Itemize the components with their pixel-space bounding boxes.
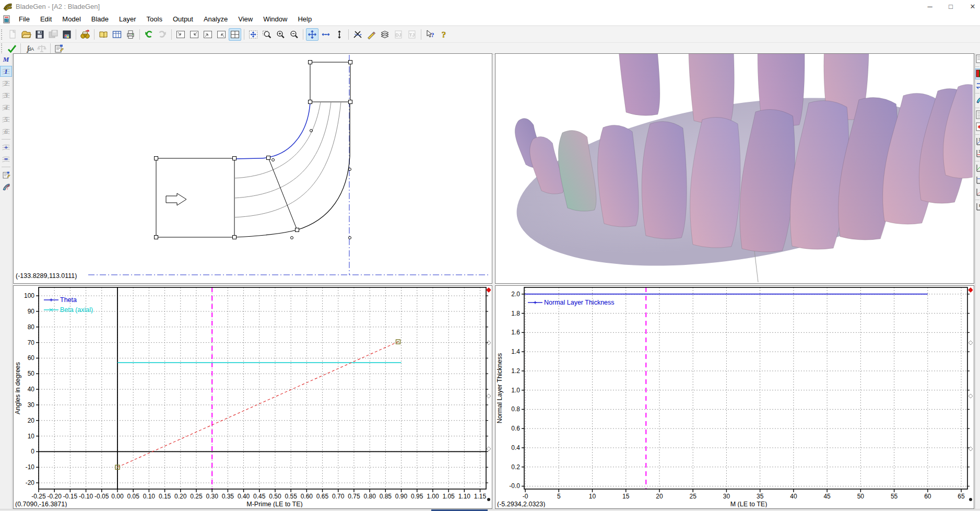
layer-position-marker[interactable] bbox=[968, 287, 973, 293]
control-point bbox=[349, 168, 351, 171]
control-handle[interactable] bbox=[267, 156, 270, 160]
save-button[interactable] bbox=[33, 28, 46, 41]
control-handle[interactable] bbox=[349, 100, 352, 104]
help-button[interactable]: ? bbox=[438, 28, 450, 41]
x-tick-label: 0.95 bbox=[411, 493, 423, 500]
sidebar-layer-lines[interactable]: = bbox=[0, 154, 12, 165]
meridional-view[interactable]: (-133.8289,113.0111) bbox=[13, 53, 492, 284]
properties-sheet-button[interactable] bbox=[53, 43, 65, 54]
zoom-in-button[interactable] bbox=[274, 28, 287, 41]
window-bottom-right-button[interactable] bbox=[215, 28, 228, 41]
menu-model[interactable]: Model bbox=[57, 14, 86, 25]
angle-display-button[interactable] bbox=[351, 28, 364, 41]
print-button[interactable] bbox=[124, 28, 137, 41]
right-sidebar-thickness-chart-1[interactable]: 1 bbox=[975, 148, 980, 159]
window-top-right-button[interactable] bbox=[188, 28, 200, 41]
strip-diamond bbox=[969, 341, 973, 345]
y-tick-label: 2.0 bbox=[511, 291, 520, 298]
sidebar-meridional-mode[interactable]: M bbox=[0, 54, 12, 65]
control-handle[interactable] bbox=[296, 228, 299, 232]
fit-horizontal-button[interactable] bbox=[320, 28, 332, 41]
maximize-button[interactable]: □ bbox=[943, 0, 959, 14]
right-sidebar-camber-chart[interactable] bbox=[975, 175, 980, 186]
menu-view[interactable]: View bbox=[233, 14, 258, 25]
layer-sidebar: M123456+= bbox=[0, 53, 13, 509]
sidebar-blade-mesh[interactable] bbox=[0, 181, 12, 192]
strip-diamond bbox=[487, 394, 491, 398]
right-sidebar-solid-view[interactable] bbox=[975, 68, 980, 79]
layer-position-marker[interactable] bbox=[486, 287, 491, 293]
right-sidebar-angle-chart-1[interactable]: 1 bbox=[975, 136, 980, 147]
control-handle[interactable] bbox=[155, 157, 158, 160]
minimize-button[interactable]: ─ bbox=[922, 0, 938, 14]
sidebar-layer-5: 5 bbox=[0, 114, 12, 125]
toolbar-grip[interactable] bbox=[1, 29, 4, 40]
blade-3d-view[interactable] bbox=[495, 53, 974, 284]
sidebar-layer-1[interactable]: 1 bbox=[0, 66, 12, 77]
right-sidebar-analysis-doc[interactable]: ✱ bbox=[975, 122, 980, 133]
toolbar-grip[interactable] bbox=[1, 43, 4, 54]
layers-button[interactable] bbox=[379, 28, 391, 41]
secondary-toolbar: ∫dA bbox=[0, 42, 980, 54]
title-bar: BladeGen - [A2 : BladeGen] ─ □ ✕ bbox=[0, 0, 980, 14]
window-grid-button[interactable] bbox=[229, 28, 241, 41]
find-binoculars-button[interactable] bbox=[79, 28, 91, 41]
report-button[interactable] bbox=[97, 28, 110, 41]
integral-da-button[interactable]: ∫dA bbox=[23, 43, 35, 54]
angle-chart-view[interactable]: -0.25-0.20-0.15-0.10-0.050.000.050.100.1… bbox=[13, 285, 492, 509]
window-grid-icon bbox=[230, 29, 240, 40]
window-top-left-button[interactable] bbox=[174, 28, 187, 41]
control-handle[interactable] bbox=[349, 61, 352, 64]
control-handle[interactable] bbox=[309, 61, 312, 64]
menu-bar: FileEditModelBladeLayerToolsOutputAnalyz… bbox=[0, 14, 980, 25]
control-handle[interactable] bbox=[309, 100, 312, 104]
apply-check-button[interactable] bbox=[6, 43, 18, 54]
fit-all-button[interactable] bbox=[306, 28, 318, 41]
right-sidebar-beta-chart[interactable] bbox=[975, 187, 980, 198]
control-handle[interactable] bbox=[155, 236, 158, 239]
zoom-window-button[interactable] bbox=[261, 28, 273, 41]
right-sidebar-lean-chart[interactable] bbox=[975, 163, 980, 174]
close-button[interactable]: ✕ bbox=[965, 0, 980, 14]
fit-vertical-button[interactable] bbox=[333, 28, 346, 41]
control-handle[interactable] bbox=[233, 236, 237, 239]
menu-help[interactable]: Help bbox=[292, 14, 317, 25]
zoom-out-button[interactable] bbox=[288, 28, 300, 41]
context-help-button[interactable]: ? bbox=[424, 28, 436, 41]
right-sidebar-blade-properties[interactable] bbox=[975, 54, 980, 65]
menu-analyze[interactable]: Analyze bbox=[198, 14, 233, 25]
export-model-button[interactable] bbox=[61, 28, 73, 41]
pan-region-button[interactable] bbox=[247, 28, 259, 41]
menu-blade[interactable]: Blade bbox=[86, 14, 114, 25]
sidebar-layer-properties[interactable] bbox=[0, 169, 12, 180]
svg-text:?: ? bbox=[442, 30, 446, 40]
toolbar-separator bbox=[303, 29, 303, 40]
menu-tools[interactable]: Tools bbox=[141, 14, 168, 25]
right-sidebar-bspline-chart[interactable]: B bbox=[975, 202, 980, 213]
x-tick-label: 0.65 bbox=[316, 493, 329, 500]
right-sidebar-swap-view[interactable] bbox=[975, 80, 980, 91]
control-handle[interactable] bbox=[233, 157, 237, 160]
x-tick-label: 0.50 bbox=[269, 493, 281, 500]
window-bottom-right-icon bbox=[216, 29, 227, 40]
menu-edit[interactable]: Edit bbox=[35, 14, 57, 25]
angle-display-icon bbox=[352, 29, 363, 40]
window-bottom-left-button[interactable] bbox=[202, 28, 214, 41]
undo-button[interactable] bbox=[143, 28, 155, 41]
menu-layer[interactable]: Layer bbox=[114, 14, 141, 25]
shroud-curve bbox=[234, 103, 310, 159]
svg-text:=: = bbox=[4, 155, 8, 163]
open-folder-button[interactable] bbox=[20, 28, 32, 41]
menu-window[interactable]: Window bbox=[258, 14, 292, 25]
chart-status-coords: (0.7090,-16.3871) bbox=[15, 501, 67, 507]
right-sidebar-report-doc[interactable] bbox=[975, 110, 980, 121]
right-sidebar-model-3d[interactable] bbox=[975, 95, 980, 106]
sidebar-add-layer[interactable]: + bbox=[0, 142, 12, 153]
thickness-chart-view[interactable]: -051015202530354045505560652.01.81.61.41… bbox=[495, 285, 974, 509]
data-table-button[interactable] bbox=[111, 28, 123, 41]
blade-mesh-icon bbox=[2, 182, 10, 191]
menu-file[interactable]: File bbox=[14, 14, 35, 25]
pencil-line-button[interactable] bbox=[365, 28, 377, 41]
menu-output[interactable]: Output bbox=[168, 14, 198, 25]
x-tick-label: 0.85 bbox=[380, 493, 392, 500]
